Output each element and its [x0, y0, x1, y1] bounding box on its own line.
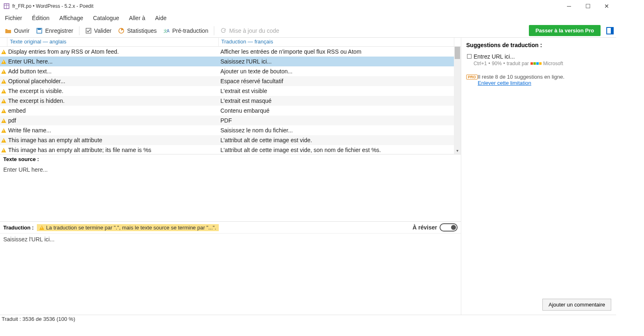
warning-icon — [1, 50, 6, 54]
svg-rect-5 — [86, 28, 91, 33]
upgrade-pro-button[interactable]: Passer à la version Pro — [529, 25, 601, 36]
warning-icon — [1, 89, 6, 93]
cell-source: Display entries from any RSS or Atom fee… — [7, 48, 220, 55]
minimize-button[interactable]: ─ — [560, 0, 578, 12]
stats-label: Statistiques — [127, 27, 156, 34]
menu-goto[interactable]: Aller à — [127, 14, 148, 22]
warning-icon — [1, 148, 6, 152]
close-button[interactable]: ✕ — [597, 0, 616, 12]
sidebar-toggle-button[interactable] — [606, 27, 614, 34]
remove-limit-link[interactable]: Enlever cette limitation — [478, 80, 531, 86]
save-button[interactable]: Enregistrer — [34, 27, 75, 35]
menu-edit[interactable]: Édition — [29, 14, 52, 22]
table-row[interactable]: Write file name...Saisissez le nom du fi… — [0, 125, 461, 135]
microsoft-icon — [531, 62, 542, 65]
translation-input[interactable]: Saisissez l'URL ici... — [0, 233, 461, 291]
piechart-icon — [118, 27, 125, 34]
needs-review-toggle-group: À réviser — [413, 223, 458, 232]
cell-source: pdf — [7, 117, 220, 124]
stats-button[interactable]: Statistiques — [116, 27, 159, 35]
menu-catalog[interactable]: Catalogue — [91, 14, 122, 22]
cell-translation: PDF — [220, 117, 461, 124]
translation-grid[interactable]: Display entries from any RSS or Atom fee… — [0, 47, 461, 154]
translation-label: Traduction : — [3, 225, 34, 231]
refresh-icon — [220, 27, 227, 34]
menu-help[interactable]: Aide — [152, 14, 169, 22]
svg-rect-4 — [38, 28, 41, 30]
table-row[interactable]: This image has an empty alt attribute; i… — [0, 145, 461, 154]
cell-source: Enter URL here... — [7, 58, 220, 65]
cell-source: embed — [7, 107, 220, 114]
translation-warning-chip: La traduction se termine par ".", mais l… — [37, 224, 218, 231]
col-source-header[interactable]: Texte original — anglais — [7, 38, 219, 46]
scroll-down-arrow[interactable]: ▾ — [454, 147, 461, 154]
table-row[interactable]: Display entries from any RSS or Atom fee… — [0, 47, 461, 57]
cell-translation: Saisissez l'URL ici... — [220, 58, 461, 65]
table-row[interactable]: The excerpt is visible.L'extrait est vis… — [0, 86, 461, 96]
warning-icon — [1, 109, 6, 113]
svg-text:A: A — [167, 29, 170, 33]
menu-file[interactable]: Fichier — [2, 14, 25, 22]
pro-upsell: PRO Il reste 8 de 10 suggestions en lign… — [466, 74, 611, 86]
cell-translation: L'extrait est visible — [220, 88, 461, 94]
col-translation-header[interactable]: Traduction — français — [219, 38, 454, 46]
warning-icon — [39, 225, 44, 230]
app-icon — [3, 3, 10, 9]
needs-review-label: À réviser — [413, 224, 437, 231]
folder-icon — [5, 27, 11, 34]
cell-translation: Ajouter un texte de bouton... — [220, 68, 461, 75]
maximize-button[interactable]: ☐ — [578, 0, 597, 12]
table-row[interactable]: The excerpt is hidden.L'extrait est masq… — [0, 96, 461, 106]
warning-icon — [1, 99, 6, 103]
table-row[interactable]: Optional placeholder...Espace réservé fa… — [0, 76, 461, 86]
sidebar-title: Suggestions de traduction : — [466, 42, 611, 48]
source-text-label: Texte source : — [0, 154, 461, 164]
update-code-button: Mise à jour du code — [218, 27, 281, 35]
pro-badge: PRO — [466, 75, 478, 79]
cell-source: This image has an empty alt attribute; i… — [7, 147, 220, 153]
suggestion-item[interactable]: Entrez URL ici... Ctrl+1 • 90% • traduit… — [466, 52, 611, 68]
warning-icon — [1, 138, 6, 143]
suggestion-text: Entrez URL ici... — [474, 53, 611, 60]
table-row[interactable]: embedContenu embarqué — [0, 106, 461, 116]
cell-translation: L'extrait est masqué — [220, 98, 461, 104]
pretranslate-label: Pré-traduction — [172, 27, 209, 34]
toolbar-separator — [214, 26, 214, 35]
scrollbar-thumb[interactable] — [455, 47, 460, 59]
cell-translation: Saisissez le nom du fichier... — [220, 127, 461, 134]
menubar: Fichier Édition Affichage Catalogue Alle… — [0, 12, 616, 24]
cell-translation: Espace réservé facultatif — [220, 78, 461, 84]
cell-source: The excerpt is hidden. — [7, 98, 220, 104]
validate-label: Valider — [94, 27, 112, 34]
save-label: Enregistrer — [45, 27, 73, 34]
translate-icon: 文A — [163, 27, 170, 34]
update-label: Mise à jour du code — [229, 27, 279, 34]
cell-translation: Afficher les entrées de n'importe quel f… — [220, 48, 461, 55]
toolbar: Ouvrir Enregistrer Valider Statistiques … — [0, 24, 616, 38]
scrollbar-vertical[interactable]: ▾ — [454, 47, 461, 154]
cell-translation: L'attribut alt de cette image est vide. — [220, 137, 461, 143]
window-title: fr_FR.po • WordPress - 5.2.x - Poedit — [12, 3, 93, 9]
add-comment-button[interactable]: Ajouter un commentaire — [542, 299, 611, 311]
source-text-panel: Texte source : Enter URL here... — [0, 154, 461, 221]
cell-source: This image has an empty alt attribute — [7, 137, 220, 143]
save-icon — [36, 27, 43, 34]
needs-review-toggle[interactable] — [440, 223, 458, 232]
open-label: Ouvrir — [14, 27, 29, 34]
cell-source: The excerpt is visible. — [7, 88, 220, 94]
pretranslate-button[interactable]: 文APré-traduction — [161, 27, 211, 35]
table-row[interactable]: pdfPDF — [0, 116, 461, 125]
status-bar: Traduit : 3536 de 3536 (100 %) — [0, 315, 616, 324]
check-icon — [85, 27, 92, 34]
cell-translation: Contenu embarqué — [220, 107, 461, 114]
table-row[interactable]: This image has an empty alt attributeL'a… — [0, 135, 461, 145]
table-row[interactable]: Enter URL here...Saisissez l'URL ici... — [0, 57, 461, 66]
table-row[interactable]: Add button text...Ajouter un texte de bo… — [0, 66, 461, 76]
validate-button[interactable]: Valider — [83, 27, 114, 35]
menu-view[interactable]: Affichage — [57, 14, 86, 22]
titlebar: fr_FR.po • WordPress - 5.2.x - Poedit ─ … — [0, 0, 616, 12]
warning-icon — [1, 69, 6, 74]
grid-header: Texte original — anglais Traduction — fr… — [0, 38, 461, 47]
cell-source: Optional placeholder... — [7, 78, 220, 84]
open-button[interactable]: Ouvrir — [2, 27, 32, 35]
